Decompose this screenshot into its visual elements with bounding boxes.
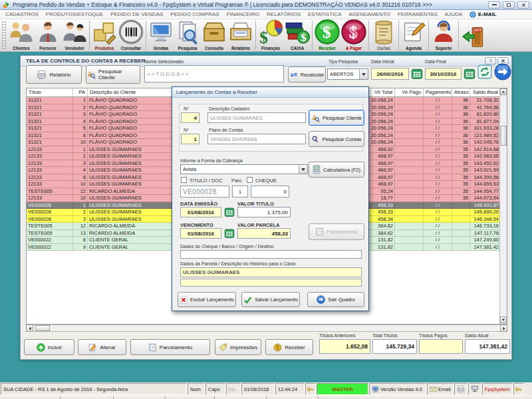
excluir-lancamento-button[interactable]: Excluir Lançamento [178,292,236,307]
plano-contas-input[interactable]: VENDAS DIVERSAS [207,134,306,144]
cell-t: 31321 [27,132,73,139]
recalculate-button[interactable]: Recalcular [288,66,326,82]
cheque-checkbox[interactable] [247,177,253,183]
data-emissao-field[interactable]: 01/08/2016 [180,207,221,217]
toolbar-button-exit[interactable]: EXIT [460,19,487,51]
toolbar-button-receber[interactable]: $Receber [314,19,340,51]
parcelamento-modal-button[interactable]: Parcelamento [309,223,364,240]
toolbar-button-relat-rio[interactable]: Relatório [227,19,254,51]
receber-button[interactable]: $ Receber [265,339,313,355]
column-header[interactable]: Vlr Pago [395,88,424,96]
titulo-doc-input[interactable]: VE000028 [180,186,229,198]
toolbar-button-vendas[interactable]: Vendas [148,19,174,51]
forma-cobranca-select[interactable]: Avista [180,164,308,174]
toolbar-button-produtos[interactable]: Produtos [91,19,118,51]
toolbar-button-fornece[interactable]: Fornece [35,19,61,51]
minimize-button[interactable] [488,1,500,9]
search-type-select[interactable]: ABERTOS [327,68,368,80]
column-header[interactable]: Pagamento [424,88,452,96]
network-icon[interactable] [468,383,481,395]
descricao-cadastro-input[interactable]: ULISSES GUIMARAES [207,112,306,123]
menu-item-cadastros[interactable]: CADASTROS [5,11,39,17]
column-header[interactable]: PA [73,88,88,96]
plano-num-field[interactable]: 1 [181,134,200,144]
cell-vp [395,195,424,201]
menu-item-pedido-compras[interactable]: PEDIDO COMPRAS [170,11,219,17]
parcelamento-button[interactable]: Parcelamento [130,339,210,355]
menu-item-agendamento[interactable]: AGENDAMENTO [348,11,390,17]
toolbar-button-agenda[interactable]: Agenda [400,19,427,51]
search-client-button[interactable]: Pesquisar Cliente [86,65,140,84]
vencimento-field[interactable]: 01/08/2016 [180,228,221,239]
start-date-field[interactable]: 26/06/2016 [371,68,409,80]
calendar-icon[interactable] [224,207,235,217]
close-button[interactable] [517,1,529,9]
column-header[interactable]: Atraso [452,88,470,96]
pesquisar-cliente-button[interactable]: Pesquisar Cliente [309,110,364,126]
toolbar-button-consultar[interactable]: Consultar [118,19,144,51]
toolbar-button-caixa[interactable]: $CAIXA [284,19,311,51]
cliente-num-field[interactable]: 4 [181,112,200,123]
parc-input[interactable]: 1 [232,186,248,198]
valor-titulo-input[interactable]: 1.375,00 [237,207,291,217]
cell-pg: / / [424,174,452,181]
cell-vp [395,181,424,188]
calendar-icon[interactable] [224,228,235,239]
selected-name-input[interactable]: >>TODOS<< [144,65,284,82]
report-button[interactable]: Relatório [26,65,82,84]
end-date-field[interactable]: 30/10/2016 [425,68,462,80]
forma-cobranca-label: Informe a Forma da Cobrança [180,158,243,163]
cell-pa: 1 [73,97,88,104]
toolbar-button-finan-as[interactable]: $Finanças [257,19,284,51]
menu-item-relat-rios[interactable]: RELATÓRIOS [267,11,301,17]
incluir-button[interactable]: Incluir [24,339,74,355]
status-date: 01/08/2016 [241,383,275,395]
menu-item-ajuda[interactable]: AJUDA [445,11,462,17]
column-header[interactable]: Saldo Atual [470,88,500,96]
toolbar-button-a-pagar[interactable]: $A Pagar [340,19,367,51]
toolbar-button-consulta[interactable]: Consulta [201,19,227,51]
dados-parcela-input[interactable]: ULISSES GUIMARAES [180,267,362,277]
cell-at [452,237,470,243]
supplier-icon [35,19,61,45]
scrollbar-thumb[interactable] [501,126,507,146]
toolbar-button-suporte[interactable]: Suporte [430,19,457,51]
titulo-doc-checkbox[interactable] [181,177,187,183]
sair-quadro-button[interactable]: Sair Quadro [307,292,364,307]
calendar-icon[interactable] [464,68,475,80]
alterar-button[interactable]: Alterar [78,339,126,355]
valor-parcela-field[interactable]: 458,33 [237,228,291,239]
printer-status-icon[interactable] [454,383,467,395]
calendar-icon[interactable] [411,68,423,80]
scrollbar-thumb[interactable] [35,325,50,331]
column-header[interactable]: Título [27,88,73,96]
calculadora-button[interactable]: Calculadora (F2) [309,162,364,178]
saldo-atual-label: Saldo Atual [465,333,488,338]
status-ins: Ins [226,383,241,395]
refresh-icon[interactable] [477,65,492,79]
pesquisar-contas-button[interactable]: Pesquisar Contas [309,131,364,147]
toolbar-button-vendedor[interactable]: Vendedor [61,19,88,51]
cell-sa: 144.954,77 [470,188,500,195]
dados-cheque-input[interactable] [180,250,362,259]
dados-parcela-input2[interactable] [180,279,362,287]
go-arrow-icon[interactable] [494,63,511,80]
toolbar-button-cartas[interactable]: Cartas [370,19,397,51]
toolbar-button-clientes[interactable]: Clientes [8,19,35,51]
toolbar-button-pesquisa[interactable]: Pesquisa [174,19,201,51]
horizontal-scrollbar[interactable] [26,325,507,332]
menu-item-pedido-de-vendas[interactable]: PEDIDO DE VENDAS [110,11,163,17]
menu-item-e-mail[interactable]: E-MAIL [469,11,497,18]
impressoes-button[interactable]: Impressões [215,339,261,355]
menu-item-financeiro[interactable]: FINANCEIRO [227,11,259,17]
cell-pa: 8 [73,174,88,181]
vertical-scrollbar[interactable] [499,88,507,324]
menu-item-ferramentas[interactable]: FERRAMENTAS [398,11,438,17]
menu-item-produtos-estoque[interactable]: PRODUTOS/ESTOQUE [46,11,103,17]
cheque-input[interactable]: 0 [251,186,289,198]
status-email[interactable]: Email [427,383,454,395]
restore-button[interactable] [503,1,515,9]
menu-item-estatistica[interactable]: ESTATISTICA [308,11,341,17]
salvar-lancamento-button[interactable]: Salvar Lançamento [241,292,300,307]
cell-at: 35 [452,153,470,160]
